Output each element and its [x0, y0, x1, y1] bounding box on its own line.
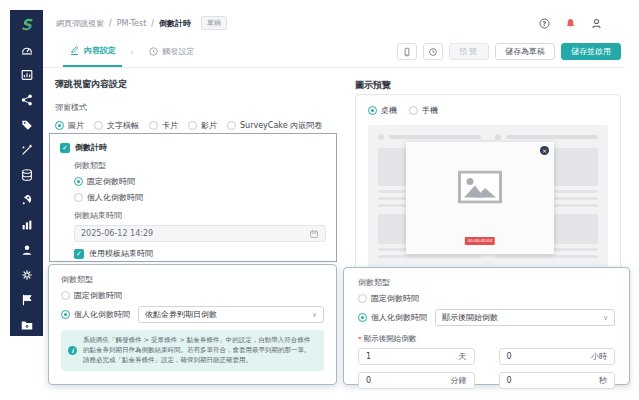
end-time-input[interactable]: 2025-06-12 14:29: [74, 225, 326, 242]
calendar-icon: [309, 229, 319, 239]
style-option-card[interactable]: 卡片: [149, 120, 178, 131]
breadcrumb-current: 倒數計時: [159, 18, 191, 29]
countdown-mode-select[interactable]: 依點金券到期日倒數 ∨: [138, 306, 324, 323]
device-desktop-radio[interactable]: 桌機: [368, 105, 397, 116]
tab-separator: ›: [122, 36, 142, 67]
database-icon[interactable]: [19, 167, 34, 182]
voucher-countdown-callout: 倒數類型 固定倒數時間 個人化倒數時間 依點金券到期日倒數 ∨ i 系統將依「觸…: [48, 264, 337, 385]
top-header: 網頁彈跳視窗 / PM-Test / 倒數計時 草稿 ?: [43, 10, 625, 36]
minutes-input[interactable]: 0 分鐘: [358, 372, 475, 389]
style-option-text-banner[interactable]: 文字橫幅: [94, 120, 139, 131]
popup-preview-mock: × 00:00:00:00: [368, 125, 608, 270]
select-value: 顯示後開始倒數: [442, 312, 498, 323]
duration-inputs: 1 天 0 小時 0 分鐘 0 秒: [358, 348, 615, 389]
style-option-video[interactable]: 影片: [188, 120, 217, 131]
tag-icon[interactable]: [19, 117, 34, 132]
history-button[interactable]: [423, 43, 443, 60]
preview-button[interactable]: 預覽: [449, 43, 489, 60]
seconds-input[interactable]: 0 秒: [499, 372, 616, 389]
countdown-type-label: 倒數類型: [358, 277, 615, 288]
preview-modal: × 00:00:00:00: [406, 142, 554, 254]
breadcrumb: 網頁彈跳視窗 / PM-Test / 倒數計時 草稿: [56, 16, 227, 30]
dashboard-icon[interactable]: [19, 42, 34, 57]
preview-title: 圖示預覽: [355, 79, 391, 92]
info-box: i 系統將依「觸發條件 > 受眾條件 > 點金券條件」中的設定，自動帶入符合條件…: [61, 330, 324, 371]
tab-content-settings[interactable]: 內容設定: [63, 36, 122, 67]
personal-countdown-radio[interactable]: 個人化倒數時間: [358, 312, 427, 323]
tab-label: 內容設定: [84, 45, 116, 56]
countdown-toggle-label: 倒數計時: [75, 142, 107, 153]
popup-style-label: 彈窗樣式: [55, 102, 337, 113]
breadcrumb-item[interactable]: PM-Test: [117, 19, 147, 28]
style-option-surveycake[interactable]: SurveyCake 內嵌問卷: [227, 120, 322, 131]
save-draft-button[interactable]: 儲存為草稿: [495, 43, 555, 60]
countdown-type-label: 倒數類型: [74, 160, 326, 171]
brand-logo[interactable]: S: [19, 17, 34, 32]
select-value: 依點金券到期日倒數: [145, 309, 217, 320]
device-preview-button[interactable]: [397, 43, 417, 60]
style-option-image[interactable]: 圖片: [55, 120, 84, 131]
personal-countdown-radio[interactable]: 個人化倒數時間: [61, 309, 130, 320]
flag-icon[interactable]: [19, 292, 34, 307]
countdown-badge: 00:00:00:00: [465, 237, 495, 245]
fixed-countdown-radio[interactable]: 固定倒數時間: [61, 290, 324, 301]
info-icon: i: [68, 346, 77, 355]
analytics-icon[interactable]: [19, 67, 34, 82]
use-template-checkbox[interactable]: ✓: [74, 249, 84, 259]
countdown-type-label: 倒數類型: [61, 274, 324, 285]
fixed-countdown-radio[interactable]: 固定倒數時間: [74, 176, 326, 187]
help-icon[interactable]: ?: [538, 17, 551, 30]
preview-card: 桌機 手機 ×: [355, 94, 621, 270]
countdown-checkbox[interactable]: ✓: [60, 143, 70, 153]
chevron-down-icon: ∨: [603, 314, 608, 322]
sidebar: S: [10, 10, 43, 336]
app-window: S 網頁彈跳視窗 / PM-Test: [0, 0, 639, 400]
tab-label: 觸發設定: [163, 46, 195, 57]
info-text: 系統將依「觸發條件 > 受眾條件 > 點金券條件」中的設定，自動帶入符合條件的點…: [83, 336, 316, 356]
info-text: 請務必完成「點金券條件」設定，確保到期日能正確套用。: [83, 356, 316, 366]
breadcrumb-separator: /: [109, 19, 112, 28]
breadcrumb-item[interactable]: 網頁彈跳視窗: [56, 18, 104, 29]
content-tab-icon: [69, 45, 80, 56]
panel-title: 彈跳視窗內容設定: [55, 78, 337, 91]
unit-label: 小時: [591, 351, 607, 362]
rocket-icon[interactable]: [19, 192, 34, 207]
fixed-countdown-radio[interactable]: 固定倒數時間: [358, 293, 615, 304]
magic-wand-icon[interactable]: [19, 142, 34, 157]
radio-icon: [55, 121, 64, 130]
personal-countdown-radio[interactable]: 個人化倒數時間: [74, 192, 326, 203]
device-mobile-radio[interactable]: 手機: [409, 105, 438, 116]
toolbar: 內容設定 › 觸發設定 預覽 儲存為草稿 儲存並啟用: [43, 36, 625, 68]
start-countdown-label: 顯示後開始倒數: [364, 334, 417, 344]
radio-icon: [149, 121, 158, 130]
content-settings-panel: 彈跳視窗內容設定 彈窗樣式 圖片 文字橫幅 卡片 影片 SurveyCake 內…: [55, 78, 337, 131]
trigger-tab-icon: [148, 46, 159, 57]
radio-icon: [358, 313, 367, 322]
radio-icon: [368, 106, 377, 115]
image-placeholder-icon: [458, 171, 502, 208]
unit-label: 秒: [599, 375, 607, 386]
mobile-icon: [402, 47, 412, 57]
unit-label: 天: [459, 351, 467, 362]
tab-trigger-settings[interactable]: 觸發設定: [142, 36, 201, 67]
chevron-down-icon: ∨: [312, 311, 317, 319]
radio-icon: [74, 193, 83, 202]
radio-icon: [227, 121, 236, 130]
days-input[interactable]: 1 天: [358, 348, 475, 365]
required-asterisk: *: [358, 335, 362, 344]
account-icon[interactable]: [590, 17, 603, 30]
folder-upload-icon[interactable]: [19, 317, 34, 332]
bar-chart-icon[interactable]: [19, 217, 34, 232]
radio-icon: [61, 291, 70, 300]
radio-icon: [94, 121, 103, 130]
settings-gear-icon[interactable]: [19, 267, 34, 282]
notification-bell-icon[interactable]: [564, 17, 577, 30]
countdown-mode-select[interactable]: 顯示後開始倒數 ∨: [435, 309, 615, 326]
save-activate-button[interactable]: 儲存並啟用: [561, 43, 621, 60]
user-icon[interactable]: [19, 242, 34, 257]
hours-input[interactable]: 0 小時: [499, 348, 616, 365]
share-icon[interactable]: [19, 92, 34, 107]
end-time-label: 倒數結束時間: [74, 210, 326, 221]
radio-icon: [358, 294, 367, 303]
svg-text:?: ?: [543, 19, 547, 27]
